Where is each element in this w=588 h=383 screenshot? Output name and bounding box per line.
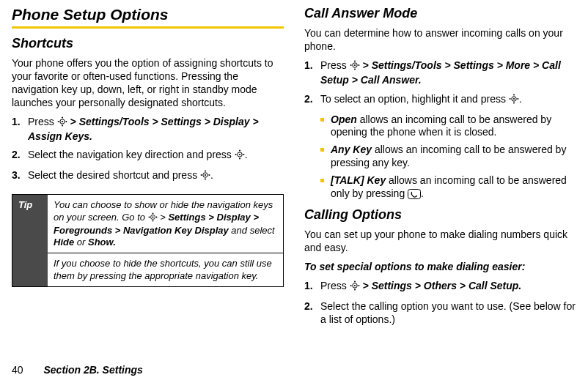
svg-point-38: [354, 285, 356, 286]
page: Phone Setup Options Shortcuts Your phone…: [0, 0, 588, 383]
svg-point-22: [148, 216, 150, 217]
steps-list-call-answer: 1. Press > Settings/Tools > Settings > M…: [304, 59, 576, 108]
intro-paragraph: Your phone offers you the option of assi…: [12, 57, 284, 110]
option-name: Any Key: [331, 144, 372, 155]
subheading-call-answer: Call Answer Mode: [304, 6, 576, 21]
nav-key-icon: [200, 170, 210, 184]
svg-point-19: [152, 216, 153, 217]
paragraph: You can determine how to answer incoming…: [304, 27, 576, 53]
step-number: 2.: [304, 93, 313, 106]
option-name: [TALK] Key: [331, 174, 386, 186]
svg-point-3: [62, 124, 63, 126]
option-name: Open: [331, 114, 357, 125]
two-column-layout: Phone Setup Options Shortcuts Your phone…: [12, 6, 576, 332]
option-desc-tail: .: [421, 187, 424, 199]
path-text: > Settings > Others > Call Setup.: [360, 280, 522, 291]
section-title: Phone Setup Options: [12, 6, 284, 23]
step-number: 2.: [304, 300, 313, 313]
svg-point-28: [350, 64, 351, 66]
tip-body: You can choose to show or hide the navig…: [48, 195, 283, 286]
nav-key-icon: [350, 60, 360, 74]
steps-list-call-setup: 1. Press > Settings > Others > Call Setu…: [304, 280, 576, 327]
yellow-rule: [12, 26, 284, 29]
tip-text: or: [74, 237, 88, 248]
tip-row-1: You can choose to show or hide the navig…: [48, 195, 283, 253]
step-text: Select the desired shortcut and press: [28, 169, 200, 181]
tip-label: Tip: [12, 195, 48, 286]
tip-row-2: If you choose to hide the shortcuts, you…: [48, 253, 283, 286]
talk-key-icon: [408, 189, 421, 203]
step-text: To select an option, highlight it and pr…: [320, 93, 509, 105]
svg-point-13: [205, 174, 206, 176]
step-number: 1.: [304, 280, 313, 293]
nav-key-icon: [509, 94, 519, 108]
step-2: 2. To select an option, highlight it and…: [320, 93, 576, 108]
step-1: 1. Press > Settings > Others > Call Setu…: [320, 280, 576, 294]
bullet-talk-key: [TALK] Key allows an incoming call to be…: [331, 174, 576, 203]
svg-point-15: [205, 179, 206, 180]
step-1: 1. Press > Settings/Tools > Settings > M…: [320, 59, 576, 87]
nav-key-icon: [350, 280, 360, 294]
tip-text: and select: [229, 225, 275, 236]
svg-point-9: [239, 158, 240, 160]
svg-point-40: [354, 289, 356, 290]
tip-text: >: [158, 212, 169, 223]
svg-point-33: [513, 102, 515, 103]
step-text: Press: [320, 59, 350, 71]
option-desc: allows an incoming call to be answered b…: [331, 114, 551, 138]
step-text: Press: [320, 280, 350, 291]
step-text: Press: [28, 116, 57, 127]
nav-key-icon: [235, 149, 245, 163]
page-number: 40: [12, 364, 23, 376]
svg-point-2: [62, 116, 63, 118]
svg-point-32: [513, 94, 515, 95]
paragraph: You can set up your phone to make dialin…: [304, 228, 576, 255]
svg-point-14: [205, 171, 206, 172]
nav-key-icon: [57, 116, 67, 130]
step-number: 3.: [12, 169, 21, 182]
nav-key-icon: [148, 212, 158, 225]
svg-point-8: [239, 150, 240, 152]
svg-point-39: [354, 280, 356, 282]
bullet-any-key: Any Key allows an incoming call to be an…: [331, 144, 576, 170]
step-text-tail: .: [210, 169, 213, 181]
step-text-tail: .: [245, 149, 248, 160]
step-2: 2. Select the navigation key direction a…: [28, 149, 284, 163]
svg-point-4: [57, 121, 59, 122]
step-text-tail: .: [519, 93, 522, 105]
svg-point-41: [350, 285, 351, 286]
tip-hide: Hide: [54, 237, 74, 248]
step-number: 1.: [304, 59, 313, 72]
step-number: 2.: [12, 149, 21, 162]
lead-in-paragraph: To set special options to make dialing e…: [304, 261, 576, 274]
steps-list-shortcuts: 1. Press > Settings/Tools > Settings > D…: [12, 116, 284, 185]
svg-point-20: [152, 212, 153, 214]
subheading-calling-options: Calling Options: [304, 207, 576, 223]
bullet-open: Open allows an incoming call to be answe…: [331, 114, 576, 140]
svg-point-1: [62, 121, 63, 122]
bullet-list-answer-options: Open allows an incoming call to be answe…: [304, 114, 576, 203]
left-column: Phone Setup Options Shortcuts Your phone…: [12, 6, 284, 332]
section-label: Section 2B. Settings: [43, 364, 142, 376]
page-footer: 40 Section 2B. Settings: [12, 364, 143, 376]
svg-point-34: [509, 98, 510, 100]
step-number: 1.: [12, 116, 21, 129]
step-3: 3. Select the desired shortcut and press…: [28, 169, 284, 184]
svg-point-26: [354, 60, 356, 62]
step-2: 2. Select the calling option you want to…: [320, 300, 576, 327]
svg-point-27: [354, 68, 356, 70]
tip-box: Tip You can choose to show or hide the n…: [12, 194, 284, 287]
svg-point-7: [239, 154, 240, 155]
step-text: Select the calling option you want to us…: [320, 300, 576, 325]
step-text: Select the navigation key direction and …: [28, 149, 235, 160]
svg-point-31: [513, 98, 515, 100]
right-column: Call Answer Mode You can determine how t…: [304, 6, 576, 332]
svg-point-10: [235, 154, 236, 155]
svg-point-25: [354, 64, 356, 66]
subheading-shortcuts: Shortcuts: [12, 36, 284, 51]
svg-point-16: [201, 174, 202, 176]
tip-show: Show.: [88, 237, 116, 248]
step-1: 1. Press > Settings/Tools > Settings > D…: [28, 116, 284, 144]
svg-point-21: [152, 220, 153, 221]
